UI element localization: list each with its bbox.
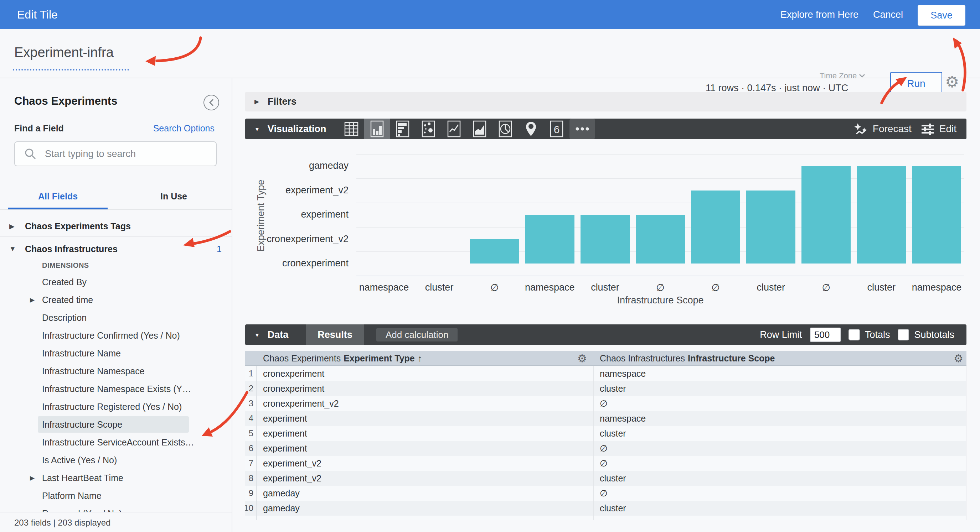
field-item-label: Infrastructure ServiceAccount Exists… — [42, 437, 194, 448]
field-item-row[interactable]: Infrastructure ServiceAccount Exists… — [0, 434, 232, 451]
gear-icon[interactable]: ⚙ — [945, 74, 959, 90]
edit-settings-icon — [921, 123, 934, 135]
pie-chart-icon — [498, 121, 513, 137]
gear-icon[interactable]: ⚙ — [954, 351, 963, 366]
column-header-infrastructure-scope[interactable]: Chaos InfrastructuresInfrastructure Scop… — [600, 351, 942, 366]
column-header-experiment-type[interactable]: Chaos ExperimentsExperiment Type↑ — [263, 351, 577, 366]
field-item-row[interactable]: Infrastructure Registered (Yes / No) — [0, 398, 232, 416]
chart-bar[interactable] — [746, 191, 795, 264]
viz-type-table-chart[interactable] — [339, 119, 364, 139]
viz-type-area-chart[interactable] — [467, 119, 493, 139]
single-value-icon: 6 — [549, 121, 565, 137]
row-limit-input[interactable] — [810, 327, 841, 342]
cell-infrastructure-scope: ∅ — [594, 486, 966, 501]
field-count-text: 203 fields | 203 displayed — [14, 518, 110, 528]
tile-title-underline — [13, 69, 129, 70]
cancel-button[interactable]: Cancel — [873, 9, 903, 20]
chart-bar[interactable] — [470, 239, 519, 264]
field-group-row[interactable]: ▼Chaos Infrastructures1 — [0, 240, 232, 258]
chart-bar[interactable] — [636, 215, 685, 264]
caret-right-icon[interactable]: ▶ — [30, 474, 35, 482]
gear-icon[interactable]: ⚙ — [577, 351, 587, 366]
viz-type-column-chart[interactable] — [364, 119, 390, 139]
cell-infrastructure-scope: ∅ — [594, 396, 966, 411]
field-item-row[interactable]: Is Active (Yes / No) — [0, 451, 232, 469]
caret-down-icon[interactable]: ▼ — [9, 245, 16, 253]
viz-type-more-options[interactable] — [570, 119, 595, 139]
table-row[interactable]: 7experiment_v2∅ — [245, 456, 966, 471]
field-item-row[interactable]: Created By — [0, 273, 232, 291]
chart-bar[interactable] — [802, 166, 851, 264]
chart-bar[interactable] — [581, 215, 630, 264]
table-row[interactable]: 6experiment∅ — [245, 441, 966, 456]
chart-axis-line — [356, 276, 964, 276]
table-row[interactable]: 4experimentnamespace — [245, 411, 966, 426]
field-item-row[interactable]: Infrastructure Namespace Exists (Y… — [0, 380, 232, 398]
field-item-label: Infrastructure Scope — [42, 419, 122, 430]
edit-viz-button[interactable]: Edit — [921, 123, 956, 135]
forecast-button[interactable]: Forecast — [853, 122, 912, 135]
scatter-chart-icon — [420, 121, 436, 137]
field-item-label: Description — [42, 313, 87, 323]
field-item-row[interactable]: ▶Last HeartBeat Time — [0, 469, 232, 487]
viz-type-pie-chart[interactable] — [493, 119, 518, 139]
x-axis-tick-label: namespace — [522, 282, 577, 293]
column-chart-icon — [369, 121, 385, 137]
table-row[interactable]: 8experiment_v2cluster — [245, 471, 966, 486]
table-row[interactable]: 1cronexperimentnamespace — [245, 366, 966, 381]
chart-bar[interactable] — [525, 215, 574, 264]
field-item-row[interactable]: Infrastructure Name — [0, 345, 232, 362]
chart-bar[interactable] — [912, 166, 961, 264]
field-item-row[interactable]: Infrastructure Namespace — [0, 362, 232, 380]
field-item-row[interactable]: ▶Created time — [0, 291, 232, 309]
row-number: 9 — [245, 486, 257, 501]
results-tab[interactable]: Results — [306, 324, 364, 345]
timezone-selector[interactable]: Time Zone — [819, 71, 865, 81]
table-row[interactable]: 3cronexperiment_v2∅ — [245, 396, 966, 411]
viz-type-map-chart[interactable] — [518, 119, 544, 139]
cell-infrastructure-scope: cluster — [594, 426, 966, 441]
subtotals-checkbox[interactable] — [898, 329, 909, 340]
tile-title[interactable]: Experiment-infra — [14, 45, 114, 60]
row-number: 7 — [245, 456, 257, 471]
totals-checkbox[interactable] — [848, 329, 860, 340]
field-item-row[interactable]: Description — [0, 309, 232, 327]
save-button[interactable]: Save — [918, 5, 966, 25]
field-item-label: Platform Name — [42, 491, 102, 501]
field-section-row: DIMENSIONS — [0, 258, 232, 273]
filters-section-bar[interactable]: ▶ Filters — [245, 92, 966, 111]
area-chart-icon — [472, 121, 487, 137]
cell-infrastructure-scope: cluster — [594, 501, 966, 516]
chart-bar[interactable] — [691, 191, 740, 264]
cell-experiment-type: experiment_v2 — [257, 471, 594, 486]
caret-down-icon[interactable]: ▼ — [255, 126, 260, 132]
viz-type-single-value[interactable]: 6 — [544, 119, 570, 139]
viz-type-bar-chart[interactable] — [390, 119, 415, 139]
field-item-row[interactable]: Removed (Yes / No) — [0, 505, 232, 512]
cell-experiment-type: experiment — [257, 441, 594, 456]
field-list: ▶Chaos Experiments Tags▼Chaos Infrastruc… — [0, 78, 232, 512]
x-axis-tick-label: cluster — [743, 282, 799, 293]
row-limit-label: Row Limit — [760, 329, 802, 340]
cell-infrastructure-scope: ∅ — [594, 441, 966, 456]
field-group-row[interactable]: ▶Chaos Experiments Tags — [0, 217, 232, 235]
field-item-row[interactable]: Platform Name — [0, 487, 232, 505]
field-item-row[interactable]: Infrastructure Confirmed (Yes / No) — [0, 327, 232, 345]
add-calculation-button[interactable]: Add calculation — [376, 328, 458, 341]
explore-from-here-button[interactable]: Explore from Here — [780, 9, 859, 20]
caret-right-icon[interactable]: ▶ — [30, 296, 35, 304]
column-chart[interactable]: cronexperimentcronexperiment_v2experimen… — [245, 142, 966, 315]
y-axis-tick-label: cronexperiment — [245, 258, 348, 269]
table-row[interactable]: 2cronexperimentcluster — [245, 381, 966, 396]
table-row[interactable]: 5experimentcluster — [245, 426, 966, 441]
bar-chart-icon — [395, 121, 410, 137]
table-row[interactable]: 9gameday∅ — [245, 486, 966, 501]
chart-type-picker: 6 — [339, 119, 595, 139]
field-item-row[interactable]: Infrastructure Scope — [0, 416, 232, 434]
viz-type-scatter-chart[interactable] — [415, 119, 441, 139]
caret-right-icon[interactable]: ▶ — [9, 222, 14, 230]
viz-type-line-chart[interactable] — [441, 119, 467, 139]
table-row[interactable]: 10gamedaycluster — [245, 501, 966, 516]
caret-down-icon[interactable]: ▼ — [255, 332, 260, 338]
chart-bar[interactable] — [857, 166, 906, 264]
